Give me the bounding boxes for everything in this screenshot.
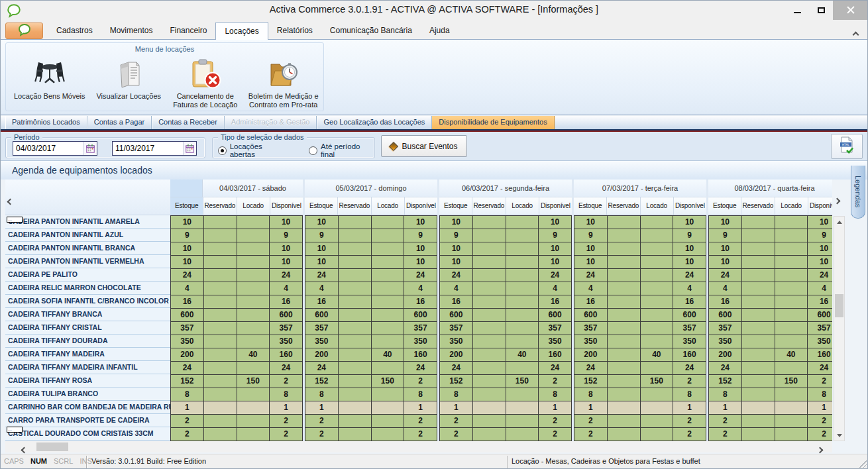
horizontal-scroll-thumb[interactable] [36,443,68,451]
grid-cell[interactable] [473,322,506,335]
grid-cell[interactable] [742,295,775,309]
grid-cell[interactable] [608,388,641,401]
grid-cell[interactable] [608,309,641,322]
menu-tab-locacoes[interactable]: Locações [215,22,268,40]
grid-cell[interactable]: 10 [673,216,706,229]
grid-cell[interactable] [641,269,674,282]
grid-cell[interactable] [237,401,270,415]
grid-cell[interactable] [372,428,405,441]
grid-cell[interactable]: 9 [440,229,473,242]
grid-cell[interactable]: 160 [673,348,706,362]
grid-cell[interactable]: 16 [171,295,204,309]
grid-cell[interactable]: 150 [506,375,539,388]
grid-cell[interactable] [641,256,674,269]
grid-cell[interactable]: 600 [673,309,706,322]
grid-cell[interactable]: 10 [305,216,339,229]
grid-cell[interactable]: 8 [539,388,572,401]
grid-cell[interactable] [339,335,372,348]
grid-cell[interactable] [641,322,674,335]
grid-cell[interactable] [473,362,506,375]
grid-cell[interactable]: 24 [171,269,204,282]
grid-cell[interactable] [742,269,775,282]
scroll-down-button[interactable] [834,430,844,441]
grid-cell[interactable]: 160 [270,348,303,362]
grid-cell[interactable]: 16 [440,295,473,309]
grid-cell[interactable]: 4 [305,282,339,295]
grid-cell[interactable] [608,242,641,256]
scroll-columns-right-icon[interactable] [835,194,840,206]
grid-cell[interactable]: 152 [171,375,204,388]
grid-cell[interactable] [372,309,405,322]
grid-cell[interactable]: 9 [808,229,832,242]
calendar-icon[interactable] [183,142,196,155]
grid-cell[interactable] [473,348,506,362]
grid-cell[interactable]: 2 [440,428,473,441]
grid-cell[interactable] [608,415,641,428]
grid-cell[interactable]: 9 [305,229,339,242]
grid-cell[interactable]: 24 [539,362,572,375]
grid-cell[interactable] [372,295,405,309]
grid-cell[interactable] [339,428,372,441]
grid-cell[interactable]: 357 [305,322,339,335]
grid-cell[interactable]: 2 [270,415,303,428]
grid-cell[interactable]: 600 [808,309,832,322]
grid-cell[interactable]: 8 [404,388,437,401]
subtab-geo-localizacao-das-locacoes[interactable]: Geo Localização das Locações [317,116,432,129]
grid-cell[interactable] [204,401,237,415]
grid-cell[interactable] [339,216,372,229]
grid-cell[interactable] [742,335,775,348]
grid-cell[interactable] [237,322,270,335]
equipment-row-name[interactable]: CARRO PARA TRANSPORTE DE CADEIRA [5,414,170,427]
grid-cell[interactable] [742,388,775,401]
grid-cell[interactable]: 2 [171,415,204,428]
grid-cell[interactable] [237,362,270,375]
grid-cell[interactable]: 4 [440,282,473,295]
grid-cell[interactable]: 16 [404,295,437,309]
grid-cell[interactable] [339,322,372,335]
grid-cell[interactable]: 160 [539,348,572,362]
grid-cell[interactable] [742,375,775,388]
grid-cell[interactable]: 8 [574,388,608,401]
grid-cell[interactable] [339,256,372,269]
grid-cell[interactable] [775,388,808,401]
grid-cell[interactable]: 10 [539,256,572,269]
grid-cell[interactable] [339,375,372,388]
calendar-icon[interactable] [83,142,97,155]
grid-cell[interactable]: 9 [574,229,608,242]
grid-cell[interactable]: 2 [404,375,437,388]
grid-cell[interactable]: 2 [574,415,608,428]
grid-cell[interactable]: 40 [506,348,539,362]
maximize-button[interactable] [809,0,833,20]
grid-cell[interactable] [372,229,405,242]
grid-cell[interactable] [506,335,539,348]
grid-cell[interactable]: 2 [270,375,303,388]
grid-cell[interactable]: 1 [539,401,572,415]
grid-cell[interactable]: 2 [673,375,706,388]
grid-cell[interactable]: 600 [404,309,437,322]
grid-cell[interactable]: 10 [440,256,473,269]
grid-cell[interactable] [641,295,674,309]
legendas-tab[interactable]: Legendas [851,166,865,219]
grid-cell[interactable]: 10 [673,242,706,256]
grid-cell[interactable] [641,388,674,401]
grid-cell[interactable]: 9 [270,229,303,242]
grid-cell[interactable] [204,335,237,348]
grid-cell[interactable]: 1 [171,401,204,415]
grid-cell[interactable]: 10 [270,216,303,229]
grid-cell[interactable] [506,282,539,295]
grid-cell[interactable]: 10 [539,216,572,229]
grid-cell[interactable]: 200 [305,348,339,362]
grid-cell[interactable]: 24 [440,269,473,282]
grid-cell[interactable] [608,282,641,295]
grid-cell[interactable] [506,216,539,229]
menu-tab-movimentos[interactable]: Movimentos [101,22,162,39]
grid-cell[interactable] [775,401,808,415]
grid-cell[interactable]: 4 [270,282,303,295]
grid-cell[interactable] [204,348,237,362]
grid-cell[interactable]: 24 [574,362,608,375]
grid-cell[interactable]: 16 [539,295,572,309]
grid-cell[interactable]: 2 [808,375,832,388]
grid-cell[interactable] [339,415,372,428]
grid-cell[interactable] [237,216,270,229]
grid-cell[interactable]: 600 [709,309,742,322]
